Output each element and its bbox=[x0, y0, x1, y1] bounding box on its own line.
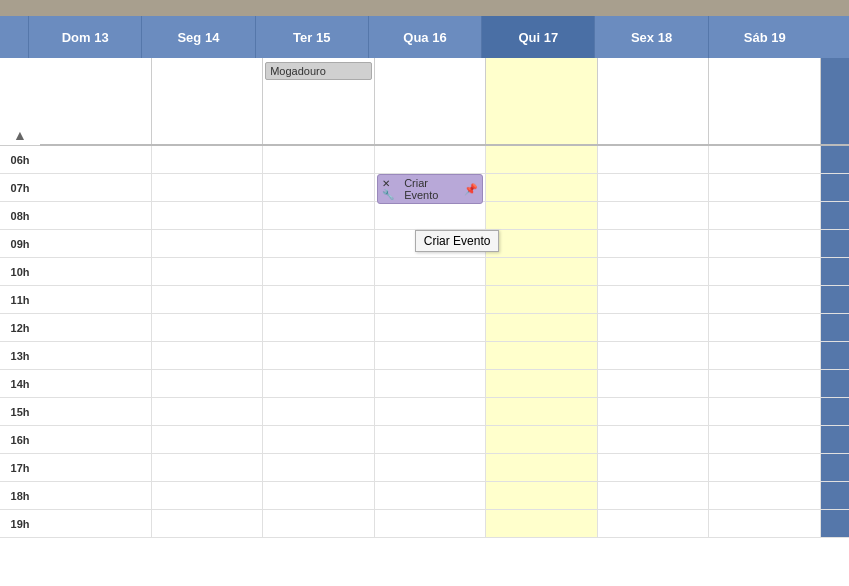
hour-cell-7-5[interactable] bbox=[598, 342, 710, 369]
hour-cell-9-1[interactable] bbox=[152, 398, 264, 425]
hour-cell-11-2[interactable] bbox=[263, 454, 375, 481]
hour-cell-6-5[interactable] bbox=[598, 314, 710, 341]
hour-cell-3-2[interactable] bbox=[263, 230, 375, 257]
hour-cell-4-2[interactable] bbox=[263, 258, 375, 285]
hour-cell-0-3[interactable] bbox=[375, 146, 487, 173]
day-header-0[interactable]: Dom 13 bbox=[28, 16, 141, 58]
hour-cell-9-2[interactable] bbox=[263, 398, 375, 425]
hour-cell-10-5[interactable] bbox=[598, 426, 710, 453]
hour-cell-10-4[interactable] bbox=[486, 426, 598, 453]
hour-cell-8-3[interactable] bbox=[375, 370, 487, 397]
hour-cell-13-6[interactable] bbox=[709, 510, 821, 537]
hour-cell-12-0[interactable] bbox=[40, 482, 152, 509]
hour-cell-1-2[interactable] bbox=[263, 174, 375, 201]
hour-cell-2-2[interactable] bbox=[263, 202, 375, 229]
hour-cell-1-4[interactable] bbox=[486, 174, 598, 201]
allday-cell-1[interactable] bbox=[152, 58, 264, 144]
scroll-area[interactable]: ✕ 🔧Criar Evento📌Criar Evento bbox=[40, 146, 849, 586]
hour-cell-13-5[interactable] bbox=[598, 510, 710, 537]
allday-cell-6[interactable] bbox=[709, 58, 821, 144]
hour-cell-6-6[interactable] bbox=[709, 314, 821, 341]
hour-cell-7-4[interactable] bbox=[486, 342, 598, 369]
hour-cell-13-4[interactable] bbox=[486, 510, 598, 537]
hour-cell-3-4[interactable] bbox=[486, 230, 598, 257]
scroll-up-icon[interactable]: ▲ bbox=[13, 127, 27, 143]
prev-button[interactable] bbox=[0, 16, 28, 58]
hour-cell-12-2[interactable] bbox=[263, 482, 375, 509]
hour-cell-8-4[interactable] bbox=[486, 370, 598, 397]
hour-cell-1-0[interactable] bbox=[40, 174, 152, 201]
hour-cell-10-2[interactable] bbox=[263, 426, 375, 453]
hour-cell-2-3[interactable]: Criar Evento bbox=[375, 202, 487, 229]
hour-cell-3-1[interactable] bbox=[152, 230, 264, 257]
hour-cell-5-4[interactable] bbox=[486, 286, 598, 313]
hour-cell-12-6[interactable] bbox=[709, 482, 821, 509]
hour-cell-7-2[interactable] bbox=[263, 342, 375, 369]
hour-cell-10-6[interactable] bbox=[709, 426, 821, 453]
hour-cell-9-6[interactable] bbox=[709, 398, 821, 425]
hour-cell-7-6[interactable] bbox=[709, 342, 821, 369]
hour-cell-8-0[interactable] bbox=[40, 370, 152, 397]
hour-cell-6-3[interactable] bbox=[375, 314, 487, 341]
hour-cell-2-6[interactable] bbox=[709, 202, 821, 229]
hour-cell-13-2[interactable] bbox=[263, 510, 375, 537]
hour-cell-5-0[interactable] bbox=[40, 286, 152, 313]
hour-cell-1-1[interactable] bbox=[152, 174, 264, 201]
hour-cell-0-0[interactable] bbox=[40, 146, 152, 173]
hour-cell-0-6[interactable] bbox=[709, 146, 821, 173]
hour-cell-6-4[interactable] bbox=[486, 314, 598, 341]
hour-cell-5-2[interactable] bbox=[263, 286, 375, 313]
hour-cell-2-0[interactable] bbox=[40, 202, 152, 229]
hour-cell-7-0[interactable] bbox=[40, 342, 152, 369]
hour-cell-7-1[interactable] bbox=[152, 342, 264, 369]
hour-cell-12-5[interactable] bbox=[598, 482, 710, 509]
allday-cell-5[interactable] bbox=[598, 58, 710, 144]
hour-cell-0-5[interactable] bbox=[598, 146, 710, 173]
hour-cell-1-6[interactable] bbox=[709, 174, 821, 201]
hour-cell-8-1[interactable] bbox=[152, 370, 264, 397]
hour-cell-9-0[interactable] bbox=[40, 398, 152, 425]
day-header-5[interactable]: Sex 18 bbox=[594, 16, 707, 58]
hour-cell-2-4[interactable] bbox=[486, 202, 598, 229]
next-button[interactable] bbox=[821, 16, 849, 58]
hour-cell-11-6[interactable] bbox=[709, 454, 821, 481]
hour-cell-10-1[interactable] bbox=[152, 426, 264, 453]
allday-cell-3[interactable] bbox=[375, 58, 487, 144]
allday-cell-0[interactable] bbox=[40, 58, 152, 144]
hour-cell-1-5[interactable] bbox=[598, 174, 710, 201]
day-header-2[interactable]: Ter 15 bbox=[255, 16, 368, 58]
hour-cell-0-4[interactable] bbox=[486, 146, 598, 173]
hour-cell-0-2[interactable] bbox=[263, 146, 375, 173]
hour-cell-13-1[interactable] bbox=[152, 510, 264, 537]
hour-cell-5-6[interactable] bbox=[709, 286, 821, 313]
hour-cell-11-0[interactable] bbox=[40, 454, 152, 481]
hour-cell-9-5[interactable] bbox=[598, 398, 710, 425]
hour-cell-8-6[interactable] bbox=[709, 370, 821, 397]
hour-cell-5-1[interactable] bbox=[152, 286, 264, 313]
hour-cell-11-1[interactable] bbox=[152, 454, 264, 481]
day-header-4[interactable]: Qui 17 bbox=[481, 16, 594, 58]
allday-event[interactable]: Mogadouro bbox=[265, 62, 372, 80]
hour-cell-8-5[interactable] bbox=[598, 370, 710, 397]
hour-cell-4-6[interactable] bbox=[709, 258, 821, 285]
hour-cell-9-3[interactable] bbox=[375, 398, 487, 425]
hour-cell-12-1[interactable] bbox=[152, 482, 264, 509]
day-header-6[interactable]: Sáb 19 bbox=[708, 16, 821, 58]
hour-cell-4-0[interactable] bbox=[40, 258, 152, 285]
hour-cell-4-5[interactable] bbox=[598, 258, 710, 285]
allday-cell-2[interactable]: Mogadouro bbox=[263, 58, 375, 144]
hour-cell-6-0[interactable] bbox=[40, 314, 152, 341]
hour-cell-11-5[interactable] bbox=[598, 454, 710, 481]
hour-cell-10-3[interactable] bbox=[375, 426, 487, 453]
hour-cell-13-0[interactable] bbox=[40, 510, 152, 537]
hour-cell-5-5[interactable] bbox=[598, 286, 710, 313]
hour-cell-11-3[interactable] bbox=[375, 454, 487, 481]
hour-cell-3-5[interactable] bbox=[598, 230, 710, 257]
hour-cell-4-4[interactable] bbox=[486, 258, 598, 285]
event-criar-evento[interactable]: ✕ 🔧Criar Evento📌 bbox=[377, 174, 484, 204]
hour-cell-10-0[interactable] bbox=[40, 426, 152, 453]
hour-cell-9-4[interactable] bbox=[486, 398, 598, 425]
hour-cell-6-1[interactable] bbox=[152, 314, 264, 341]
hour-cell-3-0[interactable] bbox=[40, 230, 152, 257]
allday-cell-4[interactable] bbox=[486, 58, 598, 144]
